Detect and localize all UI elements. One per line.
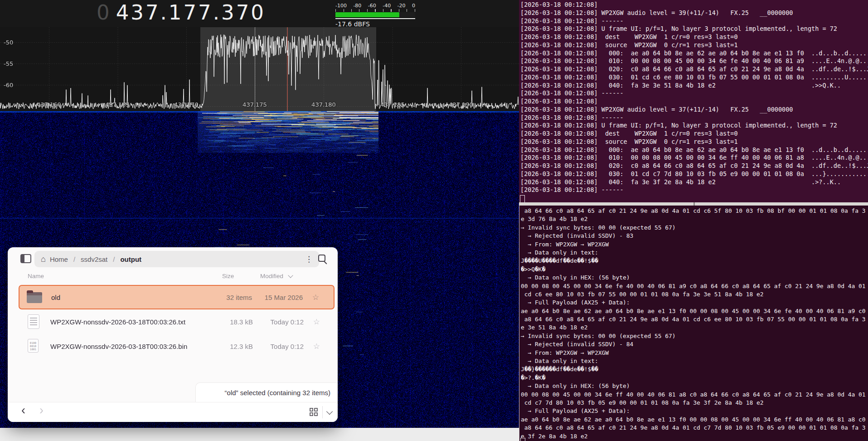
back-button[interactable]: ‹ — [21, 403, 25, 417]
status-toast: “old” selected (containing 32 items) — [195, 382, 338, 402]
pane-divider[interactable] — [519, 202, 868, 206]
terminal-line: [2026-03-18 00:12:08] 030: 01 cd c7 7d 8… — [520, 170, 868, 178]
file-name: WP2XGW-nonssdv-2026-03-18T00:03:26.bin — [50, 343, 187, 350]
terminal-line: → Data only in text: — [521, 249, 868, 257]
terminal-line: [2026-03-18 00:12:08] 000: ae a0 64 b0 8… — [520, 49, 868, 58]
db-axis-label: -50 — [4, 39, 13, 46]
breadcrumb[interactable]: ⌂ Home / ssdv2sat / output ⋮ — [34, 251, 319, 267]
terminal-line: [2026-03-18 00:12:08] 010: 00 00 08 00 4… — [520, 154, 868, 162]
star-icon[interactable]: ☆ — [313, 342, 320, 351]
binary-file-icon: 010000101001 — [26, 339, 42, 353]
grid-view-icon — [310, 408, 318, 416]
terminal-line: �>?.�K� — [521, 374, 868, 382]
terminal-bottom-pane[interactable]: a8 64 66 c0 a8 64 65 af c0 21 24 9e a8 0… — [519, 206, 868, 441]
file-row-txt[interactable]: WP2XGW-nonssdv-2026-03-18T00:03:26.txt 1… — [19, 309, 335, 334]
meter-bar-fill — [335, 12, 399, 17]
file-manager-window: ⌂ Home / ssdv2sat / output ⋮ Name Size M… — [8, 247, 338, 422]
terminal-line: [2026-03-18 00:12:08] WP2XGW audio level… — [520, 106, 868, 114]
meter-tick-label: -60 — [368, 3, 376, 9]
terminal-line: cd c6 ee 80 10 03 fb 07 55 00 00 01 01 0… — [521, 290, 868, 299]
spectrum-panel: -50-55-60 437.160437.165437.170437.17543… — [0, 27, 519, 111]
freq-axis-label: 437.185 — [380, 101, 405, 108]
star-icon[interactable]: ☆ — [312, 293, 319, 302]
file-size: 12.3 kB — [199, 343, 253, 350]
file-manager-bottom-bar: ‹ › — [8, 402, 338, 422]
meter-tick-label: -80 — [353, 3, 361, 9]
terminal-line: → Invalid sync bytes: 00 00 (expected 55… — [521, 224, 868, 232]
chevron-down-icon[interactable] — [326, 408, 333, 415]
freq-axis-label: 437.160 — [37, 101, 61, 108]
terminal-line: → Data only in HEX: (56 byte) — [521, 382, 868, 390]
terminal-line: �>>Q�K� — [521, 265, 868, 274]
meter-track — [335, 12, 415, 17]
breadcrumb-separator: / — [73, 255, 75, 263]
breadcrumb-item-ssdv2sat[interactable]: ssdv2sat — [81, 255, 107, 263]
terminal-line: [2026-03-18 00:12:08] 030: 01 cd c6 ee 8… — [520, 74, 868, 82]
terminal-top-pane[interactable]: [2026-03-18 00:12:08] [2026-03-18 00:12:… — [519, 0, 868, 202]
file-row-old[interactable]: old 32 items 15 Mar 2026 ☆ — [19, 285, 335, 309]
freq-axis-label: 437.170 — [174, 101, 199, 108]
frequency-display[interactable]: 0437.177.370 — [97, 0, 266, 24]
screen: 0437.177.370 -100-80-60-40-200 -17.6 dBF… — [0, 0, 868, 441]
background-window-strip — [0, 428, 519, 441]
file-name: old — [51, 294, 60, 301]
terminal-line: [2026-03-18 00:12:08] U frame UI: p/f=1,… — [520, 122, 868, 130]
terminal-line: [2026-03-18 00:12:08] 040: fa 3e 3f 2e 8… — [520, 178, 868, 186]
forward-button[interactable]: › — [39, 403, 44, 417]
kebab-menu-icon[interactable]: ⋮ — [305, 255, 313, 264]
file-size: 18.3 kB — [199, 318, 253, 326]
terminal-line: [2026-03-18 00:12:08] source WP2XGW 0 c/… — [520, 41, 868, 49]
file-modified: 15 Mar 2026 — [255, 294, 303, 301]
meter-tick-labels: -100-80-60-40-200 — [335, 3, 415, 9]
meter-tick-label: -20 — [398, 3, 406, 9]
terminal-line: [2026-03-18 00:12:08] ------ — [520, 89, 868, 98]
star-icon[interactable]: ☆ — [313, 317, 320, 327]
divider-handle-icon — [693, 202, 695, 206]
breadcrumb-item-output: output — [120, 255, 141, 263]
frequency-dim-digit: 0 — [97, 0, 112, 24]
sidebar-toggle-icon[interactable] — [20, 254, 31, 263]
search-button[interactable] — [317, 254, 329, 265]
freq-axis-label: 437.165 — [105, 101, 130, 108]
terminal-line: [2026-03-18 00:12:08] source WP2XGW 0 c/… — [520, 138, 868, 146]
file-name: WP2XGW-nonssdv-2026-03-18T00:03:26.txt — [50, 318, 185, 326]
file-row-bin[interactable]: 010000101001 WP2XGW-nonssdv-2026-03-18T0… — [19, 334, 335, 358]
freq-axis-label: 437.190 — [449, 101, 473, 108]
terminal-line: cd c7 7d 80 10 03 fb 05 e9 00 00 01 01 0… — [521, 399, 868, 407]
level-meter: -100-80-60-40-200 -17.6 dBFS — [335, 3, 415, 28]
db-axis-label: -55 — [4, 60, 13, 67]
freq-axis-label: 437.175 — [242, 101, 267, 108]
terminal-line: ae a0 64 b0 8e ae 62 ae a0 64 b0 8e ae e… — [521, 307, 868, 315]
meter-baseline — [335, 18, 415, 19]
terminal-line: e 3e 51 8a 4b 18 e2 — [521, 323, 868, 332]
meter-value-label: -17.6 dBFS — [335, 20, 415, 28]
terminal-line: J����U����df��de��!$�� — [521, 257, 868, 265]
terminal-cursor — [520, 195, 525, 203]
terminal-line: [2026-03-18 00:12:08] 010: 00 00 08 00 4… — [520, 57, 868, 65]
file-size: 32 items — [198, 294, 252, 301]
column-header-name[interactable]: Name — [28, 273, 44, 279]
column-header-modified[interactable]: Modified — [260, 273, 292, 279]
terminal-line: [2026-03-18 00:12:08] U frame UI: p/f=1,… — [520, 25, 868, 33]
terminal-line: [2026-03-18 00:12:08] — [520, 1, 868, 9]
terminal-line: [2026-03-18 00:12:08] 020: c0 a8 64 66 c… — [520, 65, 868, 74]
sidebar-toggle-fill — [21, 255, 24, 262]
file-modified: Today 0:12 — [256, 343, 304, 350]
terminal-line: a8 64 66 c0 a8 64 65 af c0 21 24 9e a8 0… — [521, 315, 868, 323]
frequency-value: 437.177.370 — [116, 0, 266, 24]
breadcrumb-separator: / — [113, 255, 115, 263]
column-header-size[interactable]: Size — [222, 273, 234, 279]
terminal-line: [2026-03-18 00:12:08] ------ — [520, 17, 868, 25]
breadcrumb-item-home[interactable]: Home — [50, 255, 68, 263]
db-axis-label: -60 — [4, 82, 13, 88]
terminal-line: → From: WP2XGW → WP2XGW — [521, 349, 868, 357]
terminal-line: a8 64 66 c0 a8 64 65 af c0 21 24 9e a8 0… — [521, 424, 868, 432]
terminal-line: [2026-03-18 00:12:08] — [520, 98, 868, 106]
text-file-icon — [26, 314, 42, 329]
terminal-line: [2026-03-18 00:12:08] dest WP2XGW 1 c/r=… — [520, 130, 868, 138]
terminal-line: [2026-03-18 00:12:08] ------ — [520, 186, 868, 194]
grid-view-button[interactable] — [310, 408, 318, 416]
terminal-line: [2026-03-18 00:12:08] 000: ae a0 64 b0 8… — [520, 146, 868, 154]
spectrum-canvas[interactable] — [0, 27, 519, 111]
terminal-line: → Invalid sync bytes: 00 00 (expected 55… — [521, 332, 868, 340]
